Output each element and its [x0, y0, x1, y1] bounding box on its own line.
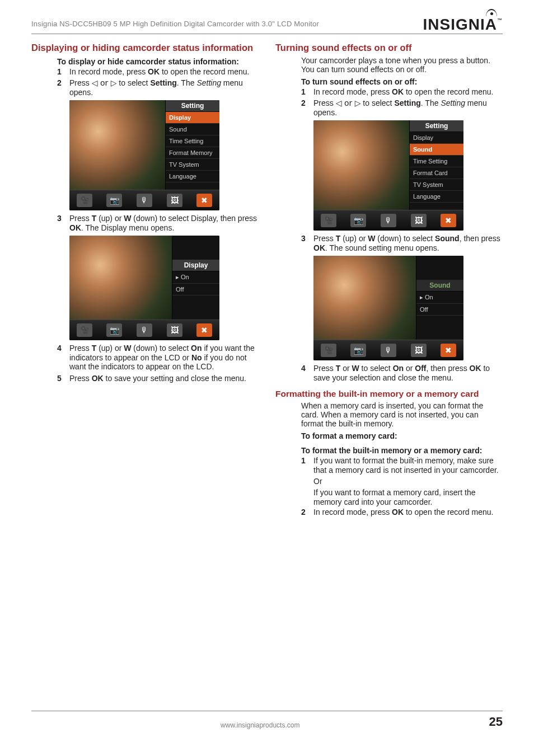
right-step-3: 3 Press T (up) or W (down) to select Sou… [301, 234, 503, 252]
menu-item: Language [166, 171, 219, 182]
menu-item: Sound [410, 144, 463, 156]
step-number: 1 [301, 87, 313, 97]
menu-title: Setting [166, 100, 219, 112]
film-icon: 🎥 [321, 214, 336, 227]
menu-item: Off [416, 304, 463, 316]
arrow-icons: ◁ or ▷ [92, 78, 117, 87]
page-footer: www.insigniaproducts.com 25 [31, 711, 503, 729]
step-text: In record mode, press OK to open the rec… [313, 87, 503, 97]
menu-item: Language [410, 191, 463, 203]
left-step-1: 1 In record mode, press OK to open the r… [57, 67, 259, 77]
step-text: Press ◁ or ▷ to select Setting. The Sett… [69, 78, 259, 97]
screenshot-photo [69, 236, 172, 320]
step-text: Press T (up) or W (down) to select On if… [69, 344, 259, 372]
step-text: Press T or W to select On or Off, then p… [313, 364, 503, 382]
step-text: Press T (up) or W (down) to select Displ… [69, 214, 259, 232]
voice-icon: 🎙 [137, 194, 152, 207]
brand-dot-icon [490, 12, 493, 15]
menu-item: ▸ On [172, 271, 219, 284]
film-icon: 🎥 [77, 194, 92, 207]
step-number: 1 [57, 67, 69, 77]
menu-item: Off [172, 284, 219, 295]
camera-icon: 📷 [350, 344, 366, 357]
camera-icon: 📷 [106, 194, 122, 207]
tools-icon: ✖ [441, 214, 456, 227]
screenshot-menu: Sound ▸ On Off [416, 256, 463, 340]
step-text: Press ◁ or ▷ to select Setting. The Sett… [313, 98, 503, 117]
tools-icon: ✖ [441, 344, 456, 357]
step-text: In record mode, press OK to open the rec… [313, 508, 503, 517]
right-format-or: Or [313, 477, 503, 486]
step-text: If you want to format the built-in memor… [313, 456, 503, 475]
screenshot-display-on-off: Display ▸ On Off 🎥 📷 🎙 🖼 ✖ [69, 236, 219, 340]
right-intro-sound: Your camcorder plays a tone when you pre… [301, 56, 503, 74]
step-number: 1 [301, 456, 313, 475]
left-step-3: 3 Press T (up) or W (down) to select Dis… [57, 214, 259, 232]
arrow-icons: ◁ or ▷ [336, 98, 361, 107]
step-number: 2 [301, 508, 313, 517]
effect-icon: 🖼 [411, 214, 427, 227]
right-format-step-1b: If you want to format a memory card, ins… [313, 488, 503, 506]
left-column: Displaying or hiding camcorder status in… [31, 42, 259, 519]
screenshot-iconbar: 🎥 📷 🎙 🖼 ✖ [69, 320, 219, 340]
page-header: Insignia NS-DCC5HB09 5 MP High Definitio… [31, 17, 503, 34]
step-number: 2 [57, 78, 69, 97]
right-intro-format: When a memory card is inserted, you can … [301, 401, 503, 428]
right-heading-format: Formatting the built-in memory or a memo… [275, 388, 503, 399]
left-step-2: 2 Press ◁ or ▷ to select Setting. The Se… [57, 78, 259, 97]
right-format-step-2: 2 In record mode, press OK to open the r… [301, 508, 503, 517]
screenshot-iconbar: 🎥 📷 🎙 🖼 ✖ [313, 210, 463, 231]
step-number: 3 [301, 234, 313, 252]
tools-icon: ✖ [196, 194, 212, 207]
voice-icon: 🎙 [381, 214, 396, 227]
step-number: 4 [57, 344, 69, 372]
screenshot-setting-display: Setting Display Sound Time Setting Forma… [69, 100, 219, 210]
menu-item: Sound [166, 124, 219, 135]
step-number: 3 [57, 214, 69, 232]
right-sub-format-card: To format a memory card: [301, 431, 503, 440]
left-step-5: 5 Press OK to save your setting and clos… [57, 374, 259, 383]
voice-icon: 🎙 [137, 323, 152, 337]
screenshot-photo [69, 100, 165, 190]
screenshot-sound-on-off: Sound ▸ On Off 🎥 📷 🎙 🖼 ✖ [313, 256, 463, 360]
menu-title: Display [172, 260, 219, 271]
brand-logo: INSIGNIA™ [423, 17, 503, 32]
brand-tm: ™ [497, 17, 503, 23]
menu-item: Format Card [410, 167, 463, 179]
step-text: Press OK to save your setting and close … [69, 374, 259, 383]
menu-item: TV System [410, 179, 463, 191]
camera-icon: 📷 [106, 323, 122, 337]
screenshot-setting-sound: Setting Display Sound Time Setting Forma… [313, 120, 463, 231]
screenshot-photo [313, 256, 416, 340]
menu-item: Time Setting [410, 156, 463, 167]
step-number: 4 [301, 364, 313, 382]
voice-icon: 🎙 [381, 344, 396, 357]
left-subheading: To display or hide camcorder status info… [57, 57, 259, 66]
effect-icon: 🖼 [167, 323, 182, 337]
step-text: Press T (up) or W (down) to select Sound… [313, 234, 503, 252]
screenshot-iconbar: 🎥 📷 🎙 🖼 ✖ [313, 340, 463, 360]
right-sub-format-both: To format the built-in memory or a memor… [301, 446, 503, 455]
menu-item: Display [166, 112, 219, 124]
film-icon: 🎥 [77, 323, 92, 337]
effect-icon: 🖼 [411, 344, 427, 357]
menu-item: ▸ On [416, 292, 463, 304]
menu-title: Setting [410, 120, 463, 132]
left-step-4: 4 Press T (up) or W (down) to select On … [57, 344, 259, 372]
camera-icon: 📷 [350, 214, 366, 227]
right-sub-sound: To turn sound effects on or off: [301, 77, 503, 86]
step-text: In record mode, press OK to open the rec… [69, 67, 259, 77]
footer-page-number: 25 [489, 715, 503, 729]
menu-item: Format Memory [166, 147, 219, 159]
screenshot-menu: Setting Display Sound Time Setting Forma… [409, 120, 463, 210]
right-column: Turning sound effects on or off Your cam… [275, 42, 503, 519]
screenshot-menu: Setting Display Sound Time Setting Forma… [165, 100, 219, 190]
left-heading: Displaying or hiding camcorder status in… [31, 42, 259, 54]
film-icon: 🎥 [321, 344, 336, 357]
menu-item: Display [410, 132, 463, 144]
screenshot-menu: Display ▸ On Off [172, 236, 219, 320]
brand-text: INSIGNIA [423, 16, 497, 33]
menu-title: Sound [416, 280, 463, 292]
right-step-4: 4 Press T or W to select On or Off, then… [301, 364, 503, 382]
right-heading-sound: Turning sound effects on or off [275, 42, 503, 54]
